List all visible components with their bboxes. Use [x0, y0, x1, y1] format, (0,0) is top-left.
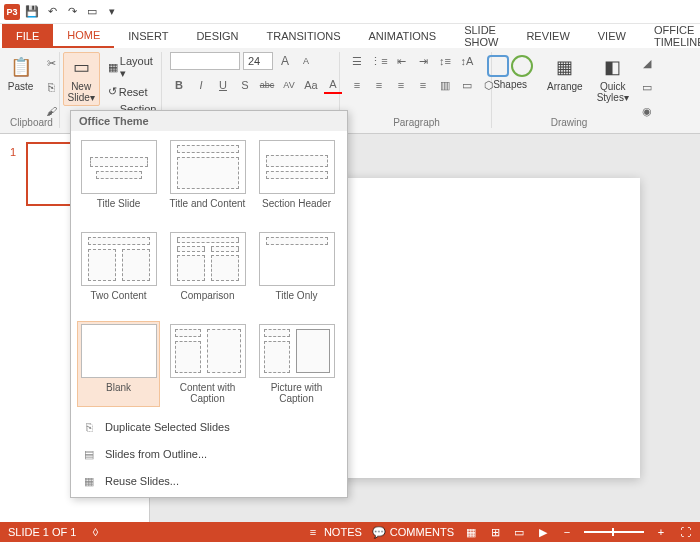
tab-design[interactable]: DESIGN: [182, 24, 252, 48]
layout-title-content[interactable]: Title and Content: [166, 137, 249, 223]
slideshow-view-icon[interactable]: ▶: [536, 525, 550, 539]
group-clipboard-label: Clipboard: [4, 117, 59, 128]
layout-two-content[interactable]: Two Content: [77, 229, 160, 315]
layout-title-only[interactable]: Title Only: [255, 229, 338, 315]
layout-label: Blank: [106, 382, 131, 404]
notes-label: NOTES: [324, 526, 362, 538]
status-slide-count: SLIDE 1 OF 1: [8, 526, 76, 538]
italic-button[interactable]: I: [192, 76, 210, 94]
shape-outline-icon[interactable]: ▭: [638, 78, 656, 96]
tab-transitions[interactable]: TRANSITIONS: [253, 24, 355, 48]
zoom-slider[interactable]: [584, 531, 644, 533]
shape-fill-icon[interactable]: ◢: [638, 54, 656, 72]
layout-label: Content with Caption: [169, 382, 246, 404]
tab-slideshow[interactable]: SLIDE SHOW: [450, 24, 512, 48]
spacing-button[interactable]: AV: [280, 76, 298, 94]
line-spacing-icon[interactable]: ↕≡: [436, 52, 454, 70]
app-icon: P3: [4, 4, 20, 20]
normal-view-icon[interactable]: ▦: [464, 525, 478, 539]
tab-file[interactable]: FILE: [2, 24, 53, 48]
layout-label: Two Content: [90, 290, 146, 312]
menu-reuse-slides[interactable]: ▦Reuse Slides...: [71, 467, 347, 497]
columns-icon[interactable]: ▥: [436, 76, 454, 94]
zoom-out-icon[interactable]: −: [560, 525, 574, 539]
new-slide-dropdown: Office Theme Title Slide Title and Conte…: [70, 110, 348, 498]
slide-number: 1: [10, 146, 16, 158]
new-slide-button[interactable]: ▭ New Slide▾: [63, 52, 100, 106]
underline-button[interactable]: U: [214, 76, 232, 94]
zoom-in-icon[interactable]: +: [654, 525, 668, 539]
reset-button[interactable]: ↺Reset: [104, 84, 161, 99]
font-color-icon[interactable]: A: [324, 76, 342, 94]
menu-duplicate-slides[interactable]: ⎘Duplicate Selected Slides: [71, 413, 347, 440]
bullets-icon[interactable]: ☰: [348, 52, 366, 70]
justify-icon[interactable]: ≡: [414, 76, 432, 94]
layout-picture-caption[interactable]: Picture with Caption: [255, 321, 338, 407]
notes-button[interactable]: ≡NOTES: [306, 525, 362, 539]
copy-icon[interactable]: ⎘: [42, 78, 60, 96]
arrange-button[interactable]: ▦ Arrange: [542, 52, 588, 95]
align-center-icon[interactable]: ≡: [370, 76, 388, 94]
tab-insert[interactable]: INSERT: [114, 24, 182, 48]
grow-font-icon[interactable]: A: [276, 52, 294, 70]
menu-label: Duplicate Selected Slides: [105, 421, 230, 433]
oval-shape-icon: [511, 55, 533, 77]
menu-label: Reuse Slides...: [105, 475, 179, 487]
outline-icon: ▤: [81, 446, 97, 462]
paste-label: Paste: [8, 81, 34, 92]
group-drawing: Shapes ▦ Arrange ◧ Quick Styles▾ ◢ ▭ ◉ D…: [494, 52, 644, 128]
layout-label: Picture with Caption: [258, 382, 335, 404]
menu-label: Slides from Outline...: [105, 448, 207, 460]
bold-button[interactable]: B: [170, 76, 188, 94]
rect-shape-icon: [487, 55, 509, 77]
layout-gallery: Title Slide Title and Content Section He…: [71, 131, 347, 413]
comments-icon: 💬: [372, 525, 386, 539]
case-button[interactable]: Aa: [302, 76, 320, 94]
sorter-view-icon[interactable]: ⊞: [488, 525, 502, 539]
fit-window-icon[interactable]: ⛶: [678, 525, 692, 539]
duplicate-icon: ⎘: [81, 419, 97, 435]
cut-icon[interactable]: ✂: [42, 54, 60, 72]
numbering-icon[interactable]: ⋮≡: [370, 52, 388, 70]
layout-label: Title Slide: [97, 198, 141, 220]
undo-icon[interactable]: ↶: [44, 4, 60, 20]
align-left-icon[interactable]: ≡: [348, 76, 366, 94]
reading-view-icon[interactable]: ▭: [512, 525, 526, 539]
text-direction-icon[interactable]: ↕A: [458, 52, 476, 70]
align-text-icon[interactable]: ▭: [458, 76, 476, 94]
shapes-button[interactable]: Shapes: [482, 52, 538, 93]
layout-button[interactable]: ▦Layout ▾: [104, 54, 161, 81]
layout-comparison[interactable]: Comparison: [166, 229, 249, 315]
tab-review[interactable]: REVIEW: [512, 24, 583, 48]
group-clipboard: 📋 Paste ✂ ⎘ 🖌 Clipboard: [4, 52, 60, 128]
redo-icon[interactable]: ↷: [64, 4, 80, 20]
layout-section-header[interactable]: Section Header: [255, 137, 338, 223]
indent-dec-icon[interactable]: ⇤: [392, 52, 410, 70]
shadow-button[interactable]: S: [236, 76, 254, 94]
tab-animations[interactable]: ANIMATIONS: [355, 24, 451, 48]
indent-inc-icon[interactable]: ⇥: [414, 52, 432, 70]
spell-check-icon[interactable]: ◊: [88, 525, 102, 539]
shrink-font-icon[interactable]: A: [297, 52, 315, 70]
new-slide-label: New Slide▾: [68, 81, 95, 103]
quick-styles-button[interactable]: ◧ Quick Styles▾: [592, 52, 634, 106]
font-family-input[interactable]: [170, 52, 240, 70]
font-size-input[interactable]: 24: [243, 52, 273, 70]
paste-button[interactable]: 📋 Paste: [3, 52, 39, 95]
layout-title-slide[interactable]: Title Slide: [77, 137, 160, 223]
save-icon[interactable]: 💾: [24, 4, 40, 20]
arrange-label: Arrange: [547, 81, 583, 92]
layout-content-caption[interactable]: Content with Caption: [166, 321, 249, 407]
qat-customize-icon[interactable]: ▾: [104, 4, 120, 20]
layout-label: Section Header: [262, 198, 331, 220]
comments-button[interactable]: 💬COMMENTS: [372, 525, 454, 539]
align-right-icon[interactable]: ≡: [392, 76, 410, 94]
tab-office-timeline[interactable]: OFFICE TIMELINE+: [640, 24, 700, 48]
strike-button[interactable]: abc: [258, 76, 276, 94]
tab-view[interactable]: VIEW: [584, 24, 640, 48]
menu-slides-from-outline[interactable]: ▤Slides from Outline...: [71, 440, 347, 467]
start-from-beginning-icon[interactable]: ▭: [84, 4, 100, 20]
tab-home[interactable]: HOME: [53, 24, 114, 48]
layout-blank[interactable]: Blank: [77, 321, 160, 407]
group-paragraph: ☰ ⋮≡ ⇤ ⇥ ↕≡ ↕A ≡ ≡ ≡ ≡ ▥ ▭ ⬡ Paragraph: [342, 52, 492, 128]
